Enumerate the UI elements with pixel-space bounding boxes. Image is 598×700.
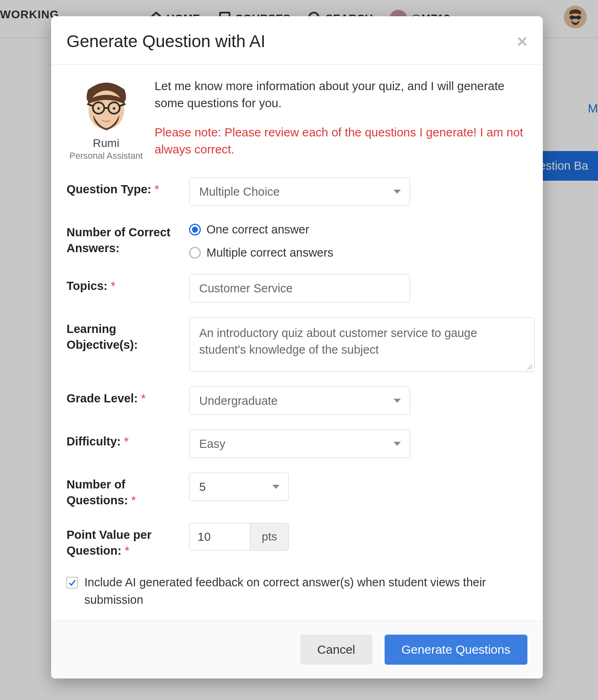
radio-multiple-correct[interactable]: Multiple correct answers xyxy=(189,246,527,259)
point-value-row: Point Value per Question: * 10 pts xyxy=(67,523,527,559)
learning-objectives-textarea[interactable]: An introductory quiz about customer serv… xyxy=(189,317,535,372)
correct-answers-radio-group: One correct answer Multiple correct answ… xyxy=(189,220,527,259)
topics-input[interactable]: Customer Service xyxy=(189,274,410,302)
grade-level-label: Grade Level: * xyxy=(67,387,189,406)
include-feedback-row[interactable]: Include AI generated feedback on correct… xyxy=(67,574,527,609)
input-value: 10 xyxy=(198,530,211,544)
svg-point-13 xyxy=(97,107,100,110)
num-questions-label: Number of Questions: * xyxy=(67,473,189,508)
label-text: Learning Objective(s): xyxy=(67,322,138,351)
assistant-warning-text: Please note: Please review each of the q… xyxy=(155,124,527,158)
textarea-value: An introductory quiz about customer serv… xyxy=(199,326,477,356)
topics-row: Topics: * Customer Service xyxy=(67,274,527,302)
grade-level-row: Grade Level: * Undergraduate xyxy=(67,387,527,415)
modal-body: Rumi Personal Assistant Let me know more… xyxy=(51,65,543,620)
cancel-button[interactable]: Cancel xyxy=(300,635,372,665)
question-type-label: Question Type: * xyxy=(67,177,189,197)
assistant-avatar xyxy=(80,78,133,134)
question-type-select[interactable]: Multiple Choice xyxy=(189,177,410,206)
correct-answers-row: Number of Correct Answers: One correct a… xyxy=(67,220,527,259)
label-text: Point Value per Question: xyxy=(67,528,152,557)
correct-answers-label: Number of Correct Answers: xyxy=(67,220,189,256)
radio-icon-selected xyxy=(189,224,201,235)
required-marker: * xyxy=(125,544,129,557)
difficulty-label: Difficulty: * xyxy=(67,430,189,449)
select-value: Easy xyxy=(199,437,225,451)
chevron-down-icon xyxy=(394,190,401,194)
point-value-label: Point Value per Question: * xyxy=(67,523,189,559)
required-marker: * xyxy=(141,392,146,405)
radio-icon xyxy=(189,247,201,259)
difficulty-select[interactable]: Easy xyxy=(189,430,410,458)
resize-handle-icon xyxy=(527,364,533,370)
select-value: 5 xyxy=(199,480,206,494)
generate-questions-button[interactable]: Generate Questions xyxy=(385,635,528,665)
chevron-down-icon xyxy=(394,399,401,403)
generate-question-modal: Generate Question with AI × xyxy=(51,16,543,678)
svg-line-16 xyxy=(530,367,532,369)
assistant-intro-row: Rumi Personal Assistant Let me know more… xyxy=(67,78,527,161)
num-questions-select[interactable]: 5 xyxy=(189,473,289,501)
modal-header: Generate Question with AI × xyxy=(51,16,543,65)
radio-one-correct[interactable]: One correct answer xyxy=(189,223,527,236)
chevron-down-icon xyxy=(394,442,401,446)
label-text: Grade Level: xyxy=(67,392,138,405)
close-icon: × xyxy=(517,31,527,51)
grade-level-select[interactable]: Undergraduate xyxy=(189,387,410,415)
chevron-down-icon xyxy=(272,485,280,489)
learning-objectives-label: Learning Objective(s): xyxy=(67,317,189,353)
select-value: Undergraduate xyxy=(199,394,277,408)
assistant-intro-text: Let me know more information about your … xyxy=(155,78,527,112)
question-type-row: Question Type: * Multiple Choice xyxy=(67,177,527,206)
radio-label: One correct answer xyxy=(207,223,309,236)
assistant-profile: Rumi Personal Assistant xyxy=(67,78,146,161)
select-value: Multiple Choice xyxy=(199,185,280,199)
required-marker: * xyxy=(155,183,159,196)
num-questions-row: Number of Questions: * 5 xyxy=(67,473,527,508)
label-text: Question Type: xyxy=(67,183,151,196)
label-text: Topics: xyxy=(67,279,108,292)
modal-title: Generate Question with AI xyxy=(67,32,265,51)
assistant-face-icon xyxy=(80,78,133,134)
learning-objectives-row: Learning Objective(s): An introductory q… xyxy=(67,317,527,372)
input-value: Customer Service xyxy=(199,282,293,295)
point-value-input[interactable]: 10 xyxy=(189,523,250,551)
close-button[interactable]: × xyxy=(517,32,527,50)
modal-footer: Cancel Generate Questions xyxy=(51,620,543,678)
difficulty-row: Difficulty: * Easy xyxy=(67,430,527,458)
svg-line-15 xyxy=(527,365,532,369)
required-marker: * xyxy=(111,279,115,292)
assistant-text: Let me know more information about your … xyxy=(155,78,527,158)
required-marker: * xyxy=(124,435,129,448)
label-text: Number of Questions: xyxy=(67,478,128,507)
svg-point-14 xyxy=(113,107,115,110)
assistant-role: Personal Assistant xyxy=(67,151,146,161)
assistant-name: Rumi xyxy=(67,137,146,150)
radio-label: Multiple correct answers xyxy=(207,246,333,259)
label-text: Number of Correct Answers: xyxy=(67,226,170,255)
required-marker: * xyxy=(131,494,136,507)
topics-label: Topics: * xyxy=(67,274,189,294)
point-value-unit: pts xyxy=(250,523,289,551)
checkbox-icon-checked xyxy=(67,577,78,588)
label-text: Difficulty: xyxy=(67,435,121,448)
checkbox-label: Include AI generated feedback on correct… xyxy=(84,574,527,609)
